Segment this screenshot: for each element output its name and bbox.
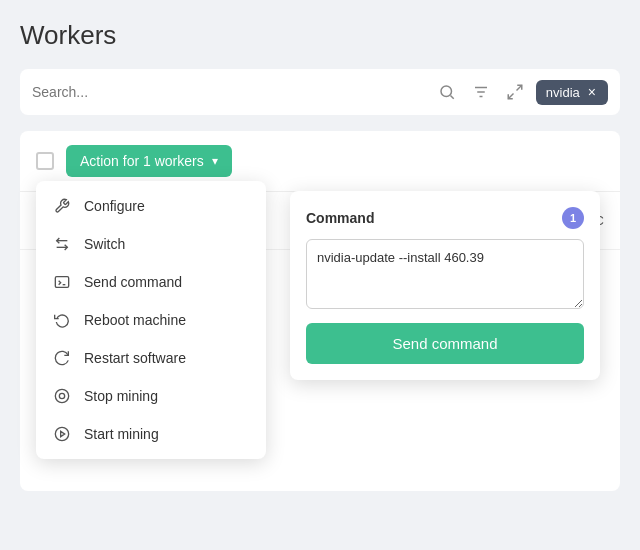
page-container: Workers nvidia × bbox=[0, 0, 640, 550]
switch-label: Switch bbox=[84, 236, 125, 252]
switch-icon bbox=[52, 236, 72, 252]
select-all-checkbox[interactable] bbox=[36, 152, 54, 170]
action-workers-button[interactable]: Action for 1 workers ▾ bbox=[66, 145, 232, 177]
svg-rect-7 bbox=[55, 277, 68, 288]
dropdown-item-switch[interactable]: Switch bbox=[36, 225, 266, 263]
content-area: Action for 1 workers ▾ Configure bbox=[20, 131, 620, 491]
dropdown-item-start-mining[interactable]: Start mining bbox=[36, 415, 266, 453]
dropdown-item-reboot[interactable]: Reboot machine bbox=[36, 301, 266, 339]
chevron-down-icon: ▾ bbox=[212, 154, 218, 168]
svg-point-11 bbox=[55, 427, 68, 440]
command-popup: Command 1 nvidia-update --install 460.39… bbox=[290, 191, 600, 380]
start-mining-label: Start mining bbox=[84, 426, 159, 442]
restart-label: Restart software bbox=[84, 350, 186, 366]
svg-point-10 bbox=[59, 393, 64, 398]
start-icon bbox=[52, 426, 72, 442]
dropdown-item-stop-mining[interactable]: Stop mining bbox=[36, 377, 266, 415]
action-dropdown-menu: Configure Switch bbox=[36, 181, 266, 459]
configure-label: Configure bbox=[84, 198, 145, 214]
svg-point-0 bbox=[441, 86, 452, 97]
action-bar: Action for 1 workers ▾ Configure bbox=[20, 131, 620, 192]
filter-button[interactable] bbox=[468, 79, 494, 105]
stop-mining-label: Stop mining bbox=[84, 388, 158, 404]
page-title: Workers bbox=[20, 20, 620, 51]
toolbar: nvidia × bbox=[20, 69, 620, 115]
stop-icon bbox=[52, 388, 72, 404]
search-wrapper bbox=[32, 84, 426, 100]
expand-icon bbox=[506, 83, 524, 101]
terminal-icon bbox=[52, 274, 72, 290]
dropdown-item-restart[interactable]: Restart software bbox=[36, 339, 266, 377]
send-command-button[interactable]: Send command bbox=[306, 323, 584, 364]
search-input[interactable] bbox=[32, 84, 426, 100]
filter-icon bbox=[472, 83, 490, 101]
dropdown-item-configure[interactable]: Configure bbox=[36, 187, 266, 225]
reboot-icon bbox=[52, 312, 72, 328]
wrench-icon bbox=[52, 198, 72, 214]
tag-close-button[interactable]: × bbox=[586, 85, 598, 99]
svg-line-6 bbox=[508, 94, 513, 99]
nvidia-tag: nvidia × bbox=[536, 80, 608, 105]
command-label: Command bbox=[306, 210, 374, 226]
svg-point-9 bbox=[55, 389, 68, 402]
search-button[interactable] bbox=[434, 79, 460, 105]
send-command-label: Send command bbox=[84, 274, 182, 290]
tag-label: nvidia bbox=[546, 85, 580, 100]
command-header: Command 1 bbox=[306, 207, 584, 229]
restart-icon bbox=[52, 350, 72, 366]
reboot-label: Reboot machine bbox=[84, 312, 186, 328]
action-btn-label: Action for 1 workers bbox=[80, 153, 204, 169]
svg-marker-12 bbox=[61, 431, 65, 436]
search-icon bbox=[438, 83, 456, 101]
expand-button[interactable] bbox=[502, 79, 528, 105]
svg-line-5 bbox=[516, 85, 521, 90]
command-badge: 1 bbox=[562, 207, 584, 229]
svg-line-1 bbox=[450, 95, 453, 98]
command-textarea[interactable]: nvidia-update --install 460.39 bbox=[306, 239, 584, 309]
dropdown-item-send-command[interactable]: Send command bbox=[36, 263, 266, 301]
